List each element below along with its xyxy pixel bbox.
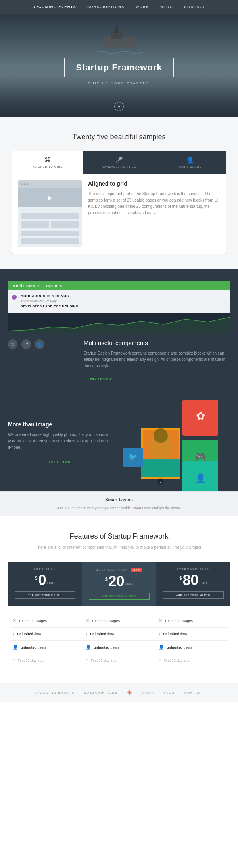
footer-contact[interactable]: Contact — [184, 691, 204, 694]
grid-icon: ⌘ — [15, 156, 80, 164]
features-heading: Features of Startup Framework — [8, 532, 230, 541]
tab-many-users[interactable]: 👤 Many Users — [155, 151, 226, 174]
plan-business-price: $ 20 / MO — [85, 574, 153, 589]
tab-users-label: Many Users — [158, 165, 223, 168]
components-heading: Multi useful components — [84, 339, 230, 346]
image-heading: More than image — [8, 421, 111, 428]
plan-business-button[interactable]: And Get Free Month — [89, 593, 150, 600]
footer-subscriptions[interactable]: Subscriptions — [84, 691, 118, 694]
svg-marker-4 — [8, 317, 230, 333]
components-description: Startup Design Framework contains compon… — [84, 350, 230, 369]
news-subtitle: The Metropolitan Railway — [21, 299, 220, 303]
footer-upcoming[interactable]: Upcoming Events — [35, 691, 75, 694]
cell-users-free: 👤 unlimited users — [10, 641, 83, 654]
footer-blog[interactable]: Blog — [163, 691, 175, 694]
plan-new-badge: NEW — [131, 568, 142, 572]
nav-subscriptions[interactable]: Subscriptions — [87, 5, 125, 9]
footer-logo: ✳ — [127, 689, 132, 696]
svg-text:👤: 👤 — [195, 473, 206, 484]
icon-cmd: ⌘ — [8, 339, 17, 349]
msg-free-text: 10,000 messages — [19, 619, 47, 623]
svg-text:🎮: 🎮 — [194, 451, 206, 463]
image-cta-button[interactable]: Try it Now — [8, 457, 111, 466]
cell-data-biz: ↑ unlimited data — [83, 628, 155, 640]
components-section: Media Server Options Acosaurus is a Genu… — [0, 269, 238, 396]
plan-business: Business Plan NEW $ 20 / MO And Get Free… — [82, 562, 156, 606]
footer-work[interactable]: Work — [142, 691, 154, 694]
users-free-text: unlimited users — [21, 645, 46, 649]
feature-rows: ✕ 10,000 messages ✕ 10,000 messages ✕ 10… — [8, 614, 230, 667]
dollar-sign-biz: $ — [105, 577, 108, 582]
icon-trial-ext: □ — [159, 658, 161, 663]
icon-mic: 🎤 — [21, 339, 31, 349]
data-biz-text: unlimited data — [90, 632, 114, 636]
icon-msg-biz: ✕ — [86, 618, 89, 623]
feature-description: The most important part of the Startup F… — [88, 191, 220, 216]
nav-blog[interactable]: Blog — [160, 5, 173, 9]
footer-nav: Upcoming Events Subscriptions ✳ Work Blo… — [0, 683, 238, 702]
plan-free: Free Plan $ 0 / MO And Get Free Month — [8, 562, 82, 606]
msg-ext-text: 10,000 messages — [165, 619, 193, 623]
app-demo: Media Server Options Acosaurus is a Genu… — [8, 281, 230, 333]
svg-text:🐦: 🐦 — [129, 453, 138, 461]
feature-row-users: 👤 unlimited users 👤 unlimited users 👤 un… — [10, 641, 228, 654]
samples-tabs: ⌘ Aligned to Grid 🎤 Available for Rec 👤 … — [12, 151, 226, 174]
nav-work[interactable]: Work — [136, 5, 150, 9]
price-period-biz: / MO — [125, 582, 133, 586]
tab-aligned-grid[interactable]: ⌘ Aligned to Grid — [12, 151, 83, 174]
plan-extended-button[interactable]: And Get Free Month — [163, 591, 224, 599]
hero-subtitle: Suit Up Your Startup — [88, 81, 150, 85]
news-chevron: › — [224, 298, 226, 305]
plan-extended: Extended Plan $ 80 / MO And Get Free Mon… — [156, 562, 230, 606]
app-demo-bar: Media Server Options — [8, 281, 230, 290]
samples-section: Twenty five beautiful samples ⌘ Aligned … — [0, 117, 238, 269]
chart-area — [8, 313, 230, 333]
trial-biz-text: First 10 day free — [91, 659, 117, 663]
multi-left: ⌘ 🎤 👤 — [8, 339, 77, 354]
smart-layers: Smart Layers Just put the image with you… — [0, 491, 238, 516]
components-cta-button[interactable]: Try it Now — [84, 375, 118, 384]
samples-heading: Twenty five beautiful samples — [8, 133, 230, 141]
icon-users-ext: 👤 — [159, 645, 164, 650]
app-bar-options: Options — [46, 284, 62, 288]
multi-icons: ⌘ 🎤 👤 — [8, 339, 77, 349]
icon-msg-ext: ✕ — [159, 618, 162, 623]
feature-row-data: ↑ unlimited data ↑ unlimited data ↑ unli… — [10, 628, 228, 641]
cell-data-free: ↑ unlimited data — [10, 628, 83, 640]
tab-available-rec[interactable]: 🎤 Available for Rec — [83, 151, 155, 174]
hero-scroll-arrow[interactable]: ▾ — [114, 102, 124, 111]
plan-free-button[interactable]: And Get Free Month — [15, 591, 75, 599]
icon-trial-biz: □ — [86, 658, 88, 663]
hero-title-box: Startup Framework — [64, 58, 174, 78]
tab-aligned-label: Aligned to Grid — [15, 165, 80, 168]
feature-card: ▶ Aligned to grid The most important par… — [12, 174, 226, 254]
icon-users-free: 👤 — [13, 645, 18, 650]
plan-free-price: $ 0 / MO — [11, 573, 79, 587]
image-section: More than image We prepared some high-qu… — [0, 396, 238, 491]
nav-contact[interactable]: Contact — [184, 5, 205, 9]
price-amount-free: 0 — [38, 573, 46, 587]
icon-data-ext: ↑ — [159, 632, 161, 636]
tab-rec-label: Available for Rec — [86, 165, 152, 168]
feature-title: Aligned to grid — [88, 180, 220, 187]
nav-upcoming-events[interactable]: Upcoming Events — [33, 5, 77, 9]
icon-user: 👤 — [35, 339, 44, 349]
svg-text:↙: ↙ — [159, 480, 162, 484]
mockup-preview: ▶ — [18, 180, 82, 247]
cell-trial-biz: □ First 10 day free — [83, 654, 155, 667]
price-amount-ext: 80 — [183, 573, 199, 587]
users-ext-text: unlimited users — [167, 645, 192, 649]
iso-container: ✿ 🎮 👤 🐦 ↙ — [119, 396, 238, 491]
app-bar-media: Media Server — [13, 284, 40, 288]
feature-row-trial: □ First 10 day free □ First 10 day free … — [10, 654, 228, 667]
plan-extended-label: Extended Plan — [159, 568, 227, 571]
dollar-sign-free: $ — [35, 575, 38, 581]
multi-right: Multi useful components Startup Design F… — [84, 339, 230, 384]
hero-title: Startup Framework — [76, 62, 162, 73]
image-left: More than image We prepared some high-qu… — [0, 396, 119, 491]
icon-data-biz: ↑ — [86, 632, 88, 636]
plan-extended-price: $ 80 / MO — [159, 573, 227, 587]
feature-row-messages: ✕ 10,000 messages ✕ 10,000 messages ✕ 10… — [10, 614, 228, 628]
cell-trial-free: □ First 10 day free — [10, 654, 83, 667]
smart-layers-title: Smart Layers — [8, 497, 230, 502]
